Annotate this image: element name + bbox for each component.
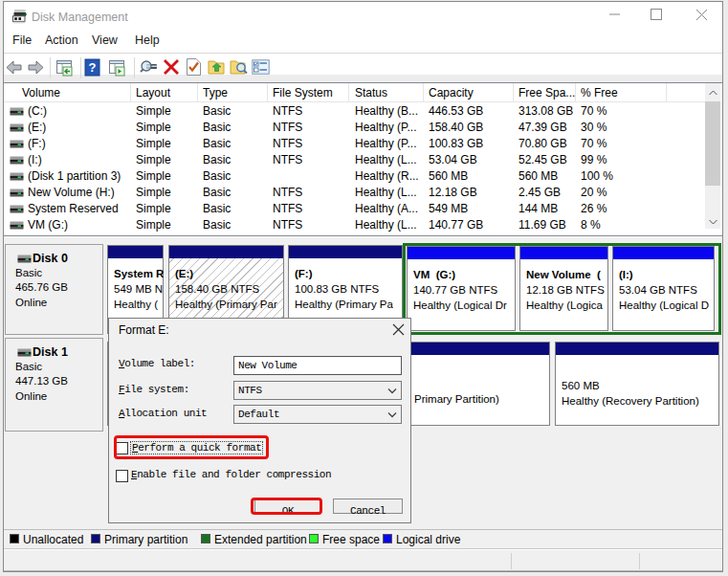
- svg-text:?: ?: [89, 60, 97, 75]
